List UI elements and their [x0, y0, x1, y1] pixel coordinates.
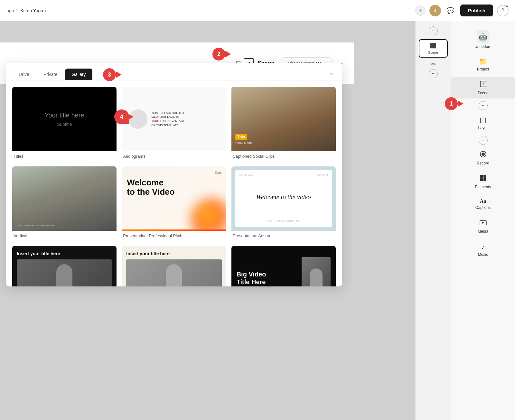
- sec-label: sec: [430, 61, 436, 65]
- sidebar-item-underlord[interactable]: 🤖 Underlord: [451, 28, 515, 51]
- template-thumb-aesop: COMPANY 01/01/2024 Welcome to the video …: [231, 166, 336, 231]
- svg-rect-4: [480, 175, 483, 178]
- template-thumb-captioned: This Show Name: [231, 87, 336, 151]
- tab-drive[interactable]: Drive: [12, 69, 36, 80]
- gallery-close-button[interactable]: ×: [327, 68, 336, 80]
- badge-1-container: 1: [445, 97, 464, 110]
- breadcrumb-parent[interactable]: nga: [6, 8, 14, 13]
- avatar[interactable]: J: [429, 5, 441, 16]
- badge-3-container: 3: [103, 68, 122, 81]
- tab-private[interactable]: Private: [37, 69, 64, 80]
- breadcrumb: nga / Kitten Yoga ▾: [6, 8, 46, 13]
- badge-2: 2: [212, 48, 225, 61]
- template-thumb-titles: Your title here Subtitle: [12, 87, 117, 151]
- breadcrumb-separator: /: [16, 8, 18, 13]
- aesop-subtitle: THIS IS SMALL SUBTITLE: [267, 220, 301, 222]
- insert2-title: Insert your title here: [126, 251, 170, 256]
- template-card-captioned[interactable]: This Show Name Captioned Social Clips: [231, 87, 336, 161]
- captioned-overlay-word: This: [235, 134, 247, 140]
- insert1-title: Insert your title here: [17, 251, 60, 256]
- breadcrumb-current[interactable]: Kitten Yoga ▾: [20, 8, 46, 13]
- svg-point-3: [482, 153, 485, 156]
- add-scene-bottom-button[interactable]: +: [429, 69, 438, 78]
- record-icon: [480, 151, 487, 160]
- layer-icon: ◫: [480, 116, 486, 124]
- elements-icon: [480, 174, 487, 183]
- help-button[interactable]: ?: [497, 5, 509, 16]
- underlord-icon: 🤖: [477, 30, 490, 43]
- scene-side-panel: + ⬛ Scene sec +: [415, 21, 451, 420]
- chevron-down-icon: ▾: [44, 8, 46, 13]
- sidebar-item-project[interactable]: 📁 Project: [451, 54, 515, 75]
- pitch-date: Date: [215, 171, 222, 174]
- sidebar-item-elements[interactable]: Elements: [451, 171, 515, 192]
- template-card-audiograms[interactable]: THIS IS PLACEHOLDER MEDIA REPLACE TO TAK…: [122, 87, 226, 161]
- template-thumb-bigvideo: Big Video Title Here: [231, 246, 336, 286]
- sidebar-item-captions[interactable]: Aa Captions: [451, 195, 515, 213]
- aesop-company: COMPANY: [239, 174, 255, 176]
- badge-2-container: 2: [212, 48, 231, 61]
- template-thumb-vertical: Title • Tagline • A subtitle line here: [12, 166, 117, 231]
- pitch-title: Welcome to the Video: [127, 178, 174, 196]
- project-icon: 📁: [479, 57, 487, 66]
- scene-icon: 7: [480, 80, 487, 89]
- template-card-insert2[interactable]: Insert your title here: [122, 246, 226, 286]
- audio-text: THIS IS PLACEHOLDER MEDIA REPLACE TO TAK…: [151, 111, 185, 127]
- sidebar-item-record[interactable]: Record: [451, 147, 515, 169]
- badge-4-container: 4: [114, 109, 134, 124]
- tab-gallery[interactable]: Gallery: [65, 69, 92, 80]
- badge-1: 1: [445, 97, 458, 110]
- scene-card-icon: ⬛: [430, 42, 436, 49]
- chat-icon[interactable]: 💬: [445, 5, 456, 16]
- template-card-titles[interactable]: Your title here Subtitle Titles: [12, 87, 117, 161]
- template-thumb-insert1: Insert your title here: [12, 246, 117, 286]
- template-card-prof-pitch[interactable]: Date Welcome to the Video Presentation: …: [122, 166, 226, 241]
- music-icon: ♪: [481, 243, 485, 251]
- svg-rect-6: [480, 178, 483, 181]
- captions-icon: Aa: [480, 198, 486, 204]
- aesop-title: Welcome to the video: [239, 193, 328, 201]
- sidebar-item-music[interactable]: ♪ Music: [451, 239, 515, 260]
- sidebar-item-media[interactable]: Media: [451, 216, 515, 237]
- sidebar-item-layer[interactable]: ◫ Layer: [451, 113, 515, 133]
- template-card-bigvideo[interactable]: Big Video Title Here: [231, 246, 336, 286]
- template-card-insert1[interactable]: Insert your title here: [12, 246, 117, 286]
- template-card-vertical[interactable]: Title • Tagline • A subtitle line here V…: [12, 166, 117, 241]
- svg-rect-7: [483, 178, 486, 181]
- show-name: Show Name: [235, 141, 332, 145]
- svg-rect-5: [483, 175, 486, 178]
- badge-4: 4: [114, 109, 129, 124]
- media-icon: [480, 219, 487, 228]
- header: nga / Kitten Yoga ▾ + J 💬 Publish ?: [0, 0, 515, 21]
- add-layer-button[interactable]: +: [479, 101, 488, 110]
- template-thumb-prof-pitch: Date Welcome to the Video: [122, 166, 226, 231]
- aesop-date: 01/01/2024: [317, 174, 328, 176]
- header-right: + J 💬 Publish ?: [415, 5, 509, 16]
- template-thumb-insert2: Insert your title here: [122, 246, 226, 286]
- add-button[interactable]: +: [415, 5, 426, 16]
- vertical-watermark: Title • Tagline • A subtitle line here: [16, 224, 113, 227]
- right-sidebar: 🤖 Underlord 📁 Project 7 Scene + ◫ Layer …: [451, 21, 515, 420]
- gallery-tabs: Drive Private Gallery ×: [6, 63, 342, 80]
- notification-dot: [505, 5, 509, 8]
- add-scene-top-button[interactable]: +: [429, 26, 438, 35]
- scene-card-active[interactable]: ⬛ Scene: [419, 39, 448, 58]
- gallery-modal: Drive Private Gallery × Your title here …: [6, 63, 342, 286]
- sidebar-item-scene[interactable]: 7 Scene: [451, 77, 515, 98]
- add-record-button[interactable]: +: [479, 136, 488, 145]
- template-thumb-audiograms: THIS IS PLACEHOLDER MEDIA REPLACE TO TAK…: [122, 87, 226, 151]
- template-card-aesop[interactable]: COMPANY 01/01/2024 Welcome to the video …: [231, 166, 336, 241]
- publish-button[interactable]: Publish: [460, 5, 493, 16]
- bigvideo-text: Big Video Title Here: [237, 270, 298, 286]
- gallery-content: Your title here Subtitle Titles THIS IS …: [6, 80, 342, 286]
- badge-3: 3: [103, 68, 116, 81]
- svg-text:7: 7: [482, 82, 484, 86]
